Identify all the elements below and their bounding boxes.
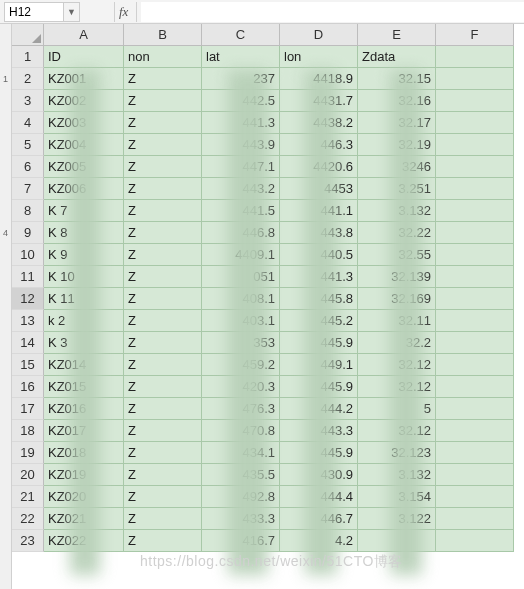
row-header[interactable]: 6 [12, 156, 44, 178]
row-header[interactable]: 23 [12, 530, 44, 552]
cell[interactable]: Z [124, 244, 202, 266]
cell[interactable]: 4420.6 [280, 156, 358, 178]
cell[interactable]: 3.122 [358, 508, 436, 530]
cell[interactable]: 441.3 [280, 266, 358, 288]
row-header[interactable]: 11 [12, 266, 44, 288]
cell[interactable]: 4453 [280, 178, 358, 200]
row-header[interactable]: 5 [12, 134, 44, 156]
row-header[interactable]: 2 [12, 68, 44, 90]
row-header[interactable]: 20 [12, 464, 44, 486]
cell[interactable]: 32.12 [358, 354, 436, 376]
cell[interactable]: 32.11 [358, 310, 436, 332]
cell[interactable]: 32.2 [358, 332, 436, 354]
cell[interactable]: 444.2 [280, 398, 358, 420]
cell[interactable]: Z [124, 376, 202, 398]
name-box-dropdown[interactable]: ▼ [64, 2, 80, 22]
cell[interactable]: Z [124, 112, 202, 134]
cell[interactable]: KZ001 [44, 68, 124, 90]
cell[interactable]: KZ018 [44, 442, 124, 464]
cell[interactable] [436, 530, 514, 552]
cell[interactable]: Z [124, 486, 202, 508]
cell[interactable]: 3.132 [358, 200, 436, 222]
cell[interactable]: Z [124, 398, 202, 420]
cell[interactable]: 445.2 [280, 310, 358, 332]
cell[interactable]: 4431.7 [280, 90, 358, 112]
outline-level-4[interactable]: 4 [0, 222, 11, 244]
row-header[interactable]: 12 [12, 288, 44, 310]
select-all-corner[interactable] [12, 24, 44, 46]
cell[interactable]: 32.123 [358, 442, 436, 464]
cell[interactable]: 3.154 [358, 486, 436, 508]
cell[interactable]: k 2 [44, 310, 124, 332]
cell[interactable]: 443.9 [202, 134, 280, 156]
cell[interactable] [436, 464, 514, 486]
cell[interactable]: Z [124, 156, 202, 178]
cell[interactable] [436, 244, 514, 266]
cell[interactable] [436, 156, 514, 178]
cell[interactable]: KZ005 [44, 156, 124, 178]
row-header[interactable]: 22 [12, 508, 44, 530]
cell[interactable]: 435.5 [202, 464, 280, 486]
cell[interactable]: Z [124, 222, 202, 244]
col-header-E[interactable]: E [358, 24, 436, 46]
cell[interactable]: K 9 [44, 244, 124, 266]
row-header[interactable]: 17 [12, 398, 44, 420]
cell[interactable]: 32.12 [358, 376, 436, 398]
cell[interactable]: 32.16 [358, 90, 436, 112]
cell[interactable]: 441.5 [202, 200, 280, 222]
row-header[interactable]: 18 [12, 420, 44, 442]
cell[interactable]: 449.1 [280, 354, 358, 376]
cell[interactable]: KZ006 [44, 178, 124, 200]
cell[interactable]: 445.9 [280, 442, 358, 464]
name-box[interactable]: H12 [4, 2, 64, 22]
cell[interactable]: 32.12 [358, 420, 436, 442]
cell[interactable]: 5 [358, 398, 436, 420]
cell[interactable]: 446.3 [280, 134, 358, 156]
cell[interactable]: 459.2 [202, 354, 280, 376]
cell[interactable]: 353 [202, 332, 280, 354]
cell[interactable]: K 3 [44, 332, 124, 354]
cell[interactable]: 445.9 [280, 332, 358, 354]
cell[interactable]: KZ022 [44, 530, 124, 552]
row-header[interactable]: 21 [12, 486, 44, 508]
cell[interactable]: 444.4 [280, 486, 358, 508]
row-header[interactable]: 7 [12, 178, 44, 200]
cell[interactable] [436, 398, 514, 420]
cell[interactable] [436, 508, 514, 530]
cell[interactable]: 4438.2 [280, 112, 358, 134]
cell[interactable]: Z [124, 68, 202, 90]
cell[interactable]: 492.8 [202, 486, 280, 508]
cell[interactable] [436, 354, 514, 376]
cell[interactable] [436, 266, 514, 288]
cell[interactable]: 4.2 [280, 530, 358, 552]
row-header[interactable]: 19 [12, 442, 44, 464]
row-header[interactable]: 14 [12, 332, 44, 354]
cell[interactable] [358, 530, 436, 552]
formula-input[interactable] [141, 2, 524, 22]
cell[interactable]: KZ021 [44, 508, 124, 530]
cell[interactable]: 32.55 [358, 244, 436, 266]
cell[interactable]: 434.1 [202, 442, 280, 464]
cell[interactable]: ID [44, 46, 124, 68]
cell[interactable]: Z [124, 508, 202, 530]
col-header-C[interactable]: C [202, 24, 280, 46]
cell[interactable]: Z [124, 178, 202, 200]
cell[interactable] [436, 68, 514, 90]
cell[interactable]: Z [124, 90, 202, 112]
cell[interactable] [436, 90, 514, 112]
cell[interactable] [436, 486, 514, 508]
cell[interactable]: 440.5 [280, 244, 358, 266]
cell[interactable]: Z [124, 310, 202, 332]
cell[interactable]: 403.1 [202, 310, 280, 332]
cell[interactable]: KZ020 [44, 486, 124, 508]
cell[interactable]: 416.7 [202, 530, 280, 552]
cell[interactable]: K 10 [44, 266, 124, 288]
cell[interactable]: 051 [202, 266, 280, 288]
cell[interactable]: 32.19 [358, 134, 436, 156]
cell[interactable]: Z [124, 420, 202, 442]
cell[interactable]: 430.9 [280, 464, 358, 486]
cell[interactable] [436, 46, 514, 68]
cell[interactable]: Z [124, 200, 202, 222]
cell[interactable]: 442.5 [202, 90, 280, 112]
row-header[interactable]: 4 [12, 112, 44, 134]
